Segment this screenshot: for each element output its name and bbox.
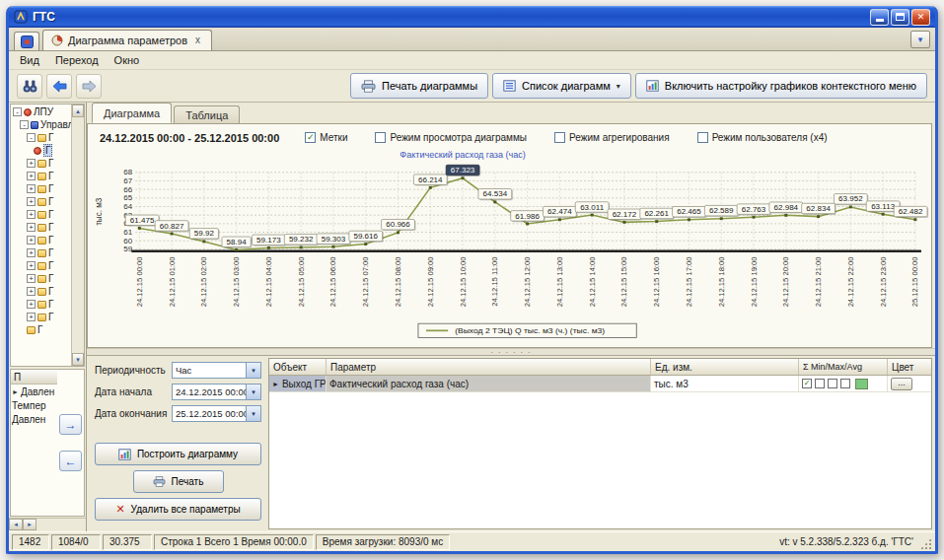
checkbox-icon[interactable]: [375, 132, 386, 143]
search-button[interactable]: [17, 74, 42, 99]
resize-grip[interactable]: [919, 537, 932, 550]
tree-expander-icon[interactable]: +: [27, 274, 36, 283]
flag-checkbox[interactable]: ✓: [802, 379, 812, 388]
tree-expander-icon[interactable]: +: [27, 197, 36, 206]
chart[interactable]: 59606162636465666768тыс. м324.12.15 00:0…: [88, 148, 931, 347]
tree-expander-icon[interactable]: -: [27, 133, 36, 142]
tree-expander-icon[interactable]: -: [20, 120, 29, 129]
tree-item[interactable]: +Г: [11, 195, 71, 208]
back-button[interactable]: [46, 74, 72, 99]
unit-cell[interactable]: тыс. м3: [651, 376, 799, 391]
period-combo[interactable]: Час▾: [172, 362, 261, 379]
tab-overflow-button[interactable]: ▾: [910, 31, 930, 48]
tree-scrollbar[interactable]: ▴ ▾: [71, 105, 84, 366]
tree-expander-icon[interactable]: +: [27, 210, 36, 219]
tree-item[interactable]: Г: [11, 144, 71, 157]
title-bar[interactable]: ГТС ✕: [9, 6, 935, 28]
tree-item[interactable]: +Г: [11, 272, 71, 285]
checkbox-icon[interactable]: [697, 132, 708, 143]
move-left-button[interactable]: ←: [59, 451, 82, 471]
parameter-item[interactable]: Темпер: [11, 398, 57, 412]
chevron-down-icon[interactable]: ▾: [246, 385, 260, 399]
parameter-item[interactable]: ►Давлен: [11, 385, 57, 398]
scroll-right-icon[interactable]: ▸: [23, 519, 36, 530]
tree-item[interactable]: +Г: [11, 208, 71, 221]
menu-item-Окно[interactable]: Окно: [108, 52, 147, 68]
flag-checkbox[interactable]: [840, 379, 850, 388]
table-row[interactable]: ►Выход ГРС (Фактический расход газа (час…: [269, 376, 931, 392]
scroll-left-icon[interactable]: ◂: [9, 519, 23, 530]
tree-item[interactable]: +Г: [11, 234, 71, 246]
chart-option[interactable]: Режим пользователя (х4): [697, 132, 828, 143]
date-end-combo[interactable]: 25.12.2015 00:00▾: [172, 405, 261, 422]
splitter-handle[interactable]: [87, 348, 935, 356]
scroll-down-icon[interactable]: ▾: [72, 353, 84, 366]
tree-item[interactable]: +Г: [11, 311, 71, 323]
tree-expander-icon[interactable]: +: [27, 261, 36, 270]
color-picker-button[interactable]: ...: [891, 378, 912, 390]
flag-checkbox[interactable]: [828, 379, 837, 388]
checkbox-icon[interactable]: ✓: [305, 132, 316, 143]
tree-item[interactable]: Г: [11, 323, 71, 336]
tree-item[interactable]: -ЛПУ: [11, 105, 71, 118]
chart-option[interactable]: Режим агрегирования: [554, 132, 670, 143]
toolbar: Печать диаграммы Список диаграмм ▾ Включ…: [9, 70, 935, 103]
tree-item[interactable]: +Г: [11, 182, 71, 195]
chart-option[interactable]: Режим просмотра диаграммы: [375, 132, 527, 143]
minimize-button[interactable]: [870, 9, 889, 26]
tree-expander-icon[interactable]: -: [13, 107, 22, 116]
print-diagram-button[interactable]: Печать диаграммы: [350, 73, 488, 99]
table-header-cell[interactable]: Объект: [269, 359, 327, 375]
forward-button[interactable]: [76, 74, 102, 99]
tree-item[interactable]: +Г: [11, 246, 71, 259]
horizontal-scrollbar[interactable]: ◂ ▸: [9, 518, 86, 531]
tree-item[interactable]: +Г: [11, 170, 71, 182]
chevron-down-icon[interactable]: ▾: [246, 406, 260, 421]
tree-expander-icon[interactable]: +: [27, 172, 36, 180]
parameter-item[interactable]: Давлен: [11, 412, 57, 426]
tree-expander-icon[interactable]: +: [27, 248, 36, 257]
tree-item[interactable]: +Г: [11, 157, 71, 170]
table-header-cell[interactable]: Σ Min/Max/Avg: [799, 359, 888, 375]
tree-item[interactable]: +Г: [11, 221, 71, 234]
tree-expander-icon[interactable]: +: [27, 236, 36, 245]
tab-close-icon[interactable]: x: [192, 35, 203, 46]
menu-item-Переход[interactable]: Переход: [48, 52, 106, 68]
scroll-up-icon[interactable]: ▴: [72, 105, 84, 117]
table-header-cell[interactable]: Параметр: [327, 359, 651, 375]
doc-tab-table[interactable]: Таблица: [174, 105, 240, 123]
doc-tab-diagram[interactable]: Диаграмма: [92, 103, 172, 123]
table-header-cell[interactable]: Ед. изм.: [651, 359, 799, 375]
context-menu-settings-button[interactable]: Включить настройку графиков контекстного…: [635, 73, 927, 99]
move-right-button[interactable]: →: [59, 414, 82, 435]
chart-option[interactable]: ✓Метки: [305, 132, 347, 143]
tree-item[interactable]: -Г: [11, 131, 71, 144]
close-button[interactable]: ✕: [911, 9, 930, 26]
diagram-list-button[interactable]: Список диаграмм ▾: [492, 73, 631, 99]
maximize-button[interactable]: [891, 9, 909, 26]
table-header-cell[interactable]: Цвет: [888, 359, 931, 375]
menu-item-Вид[interactable]: Вид: [13, 52, 46, 68]
tab-gts[interactable]: [14, 32, 39, 50]
tree-expander-icon[interactable]: +: [27, 287, 36, 296]
tree-item[interactable]: +Г: [11, 285, 71, 298]
tree-expander-icon[interactable]: +: [27, 184, 36, 193]
tree-item[interactable]: -Управлен: [11, 118, 71, 131]
tab-diagram-parameters[interactable]: Диаграмма параметров x: [42, 30, 212, 50]
date-start-combo[interactable]: 24.12.2015 00:00▾: [172, 384, 261, 400]
color-swatch[interactable]: [855, 379, 868, 389]
print-button[interactable]: Печать: [133, 470, 224, 493]
checkbox-icon[interactable]: [554, 132, 565, 143]
tree-expander-icon[interactable]: +: [27, 300, 36, 309]
tree-item[interactable]: +Г: [11, 298, 71, 311]
tree-expander-icon[interactable]: +: [27, 223, 36, 232]
tree-item[interactable]: +Г: [11, 259, 71, 272]
parameter-cell[interactable]: Фактический расход газа (час): [327, 376, 651, 391]
tree-expander-icon[interactable]: +: [27, 313, 36, 321]
chevron-down-icon[interactable]: ▾: [246, 363, 260, 378]
build-diagram-button[interactable]: Построить диаграмму: [95, 443, 261, 465]
delete-all-parameters-button[interactable]: ✕ Удалить все параметры: [95, 498, 261, 521]
flag-checkbox[interactable]: [815, 379, 825, 388]
tree-expander-icon[interactable]: +: [27, 159, 36, 168]
object-cell[interactable]: ►Выход ГРС (: [269, 376, 327, 391]
